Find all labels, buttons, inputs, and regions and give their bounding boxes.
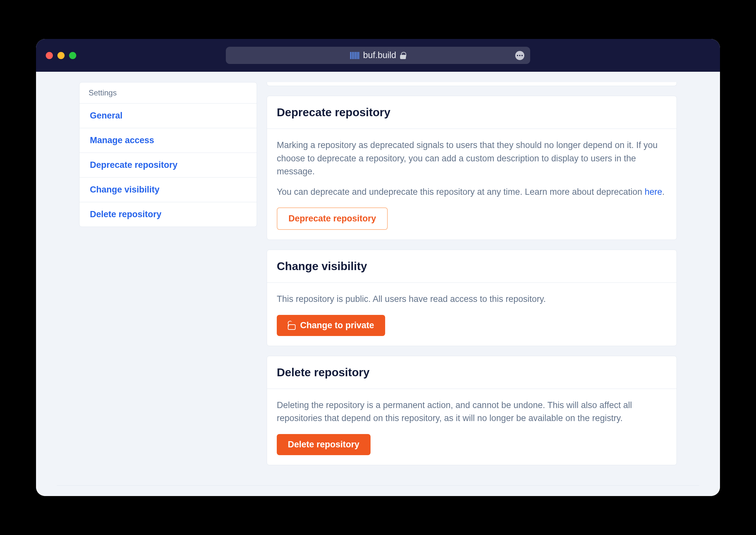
visibility-title: Change visibility bbox=[277, 260, 667, 273]
delete-title: Delete repository bbox=[277, 366, 667, 379]
sidebar-item-deprecate-repository[interactable]: Deprecate repository bbox=[79, 153, 256, 178]
maximize-window-button[interactable] bbox=[69, 52, 76, 59]
sidebar-item-label: Deprecate repository bbox=[90, 160, 177, 170]
deprecation-learn-more-link[interactable]: here bbox=[645, 187, 662, 197]
site-identity-icon bbox=[350, 52, 359, 59]
sidebar-item-label: Manage access bbox=[90, 135, 154, 145]
change-visibility-card: Change visibility This repository is pub… bbox=[267, 250, 677, 346]
previous-card-edge bbox=[267, 82, 677, 86]
close-window-button[interactable] bbox=[46, 52, 53, 59]
lock-icon bbox=[400, 52, 406, 59]
address-bar-url: buf.build bbox=[363, 50, 396, 60]
sidebar-item-label: General bbox=[90, 111, 122, 121]
settings-sidebar: Settings General Manage access Deprecate… bbox=[79, 82, 257, 465]
sidebar-item-manage-access[interactable]: Manage access bbox=[79, 128, 256, 153]
address-bar-menu-button[interactable] bbox=[515, 51, 524, 60]
traffic-lights bbox=[46, 52, 76, 59]
minimize-window-button[interactable] bbox=[57, 52, 65, 59]
deprecate-title: Deprecate repository bbox=[277, 106, 667, 119]
address-bar[interactable]: buf.build bbox=[226, 47, 530, 64]
visibility-description: This repository is public. All users hav… bbox=[277, 293, 667, 306]
sidebar-item-change-visibility[interactable]: Change visibility bbox=[79, 178, 256, 202]
sidebar-title: Settings bbox=[79, 82, 256, 103]
delete-repository-card: Delete repository Deleting the repositor… bbox=[267, 356, 677, 465]
sidebar-item-delete-repository[interactable]: Delete repository bbox=[79, 202, 256, 227]
deprecate-repository-card: Deprecate repository Marking a repositor… bbox=[267, 96, 677, 240]
browser-window: buf.build Settings General Manage access… bbox=[36, 39, 720, 496]
sidebar-item-general[interactable]: General bbox=[79, 103, 256, 128]
deprecate-repository-button[interactable]: Deprecate repository bbox=[277, 208, 388, 230]
change-to-private-button[interactable]: Change to private bbox=[277, 315, 385, 336]
page-content: Settings General Manage access Deprecate… bbox=[36, 72, 720, 496]
delete-description: Deleting the repository is a permanent a… bbox=[277, 399, 667, 425]
titlebar: buf.build bbox=[36, 39, 720, 72]
footer: Blog Docs Pricing Github Careers Communi… bbox=[36, 486, 720, 496]
delete-repository-button[interactable]: Delete repository bbox=[277, 434, 370, 455]
main-panel: Deprecate repository Marking a repositor… bbox=[267, 82, 677, 465]
sidebar-item-label: Delete repository bbox=[90, 210, 162, 219]
sidebar-item-label: Change visibility bbox=[90, 185, 160, 194]
deprecate-description-1: Marking a repository as deprecated signa… bbox=[277, 139, 667, 178]
deprecate-description-2: You can deprecate and undeprecate this r… bbox=[277, 185, 667, 199]
unlock-icon bbox=[288, 321, 296, 330]
